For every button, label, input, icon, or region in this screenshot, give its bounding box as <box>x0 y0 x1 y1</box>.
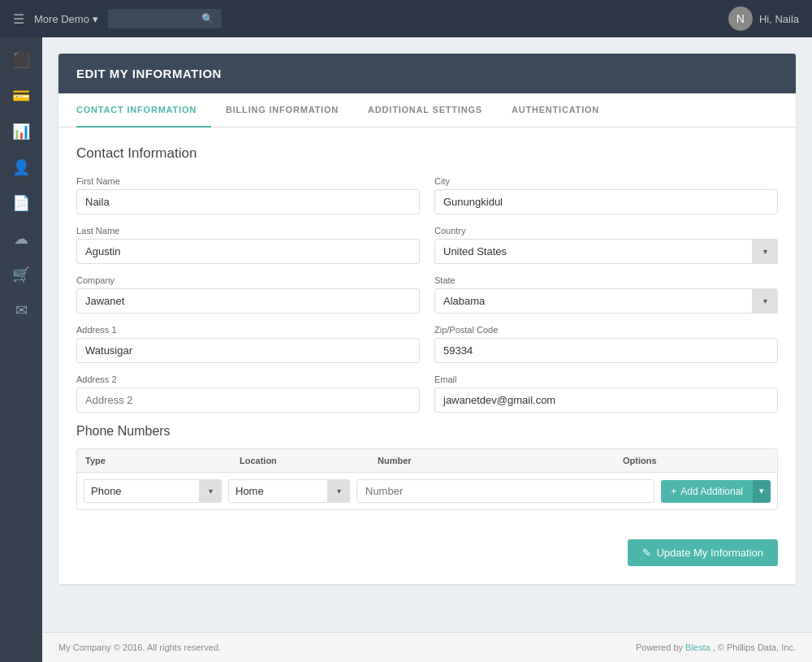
state-label: State <box>434 275 778 285</box>
address2-input[interactable] <box>76 387 420 413</box>
downloads-icon: ☁ <box>14 230 28 248</box>
last-name-label: Last Name <box>76 226 420 236</box>
state-select-wrapper: Alabama Alaska Arizona ▾ <box>434 288 778 314</box>
company-label: Company <box>76 275 420 285</box>
address1-input[interactable] <box>76 338 420 363</box>
address2-label: Address 2 <box>76 374 420 384</box>
phone-number-input[interactable] <box>356 479 654 503</box>
first-name-group: First Name <box>76 176 420 214</box>
sidebar-item-clients[interactable]: 👤 <box>3 151 39 184</box>
address2-group: Address 2 <box>76 374 420 413</box>
tab-authentication[interactable]: AUTHENTICATION <box>497 93 614 128</box>
messages-icon: ✉ <box>15 301 28 319</box>
add-additional-dropdown-button[interactable]: ▾ <box>753 480 771 503</box>
hamburger-icon[interactable]: ☰ <box>13 11 24 27</box>
country-select-wrapper: United States Canada United Kingdom ▾ <box>434 239 778 264</box>
phone-type-select[interactable]: Phone Fax Mobile <box>84 479 222 503</box>
address1-group: Address 1 <box>76 325 420 363</box>
sidebar-item-billing[interactable]: 💳 <box>3 80 39 112</box>
main-content: EDIT MY INFORMATION CONTACT INFORMATION … <box>42 37 812 632</box>
tabs-bar: CONTACT INFORMATION BILLING INFORMATION … <box>58 93 796 128</box>
add-additional-button[interactable]: + Add Additional <box>661 480 753 503</box>
sidebar-item-dashboard[interactable]: ⬛ <box>3 44 39 76</box>
header-options: Options <box>615 449 777 472</box>
add-icon: + <box>671 486 676 497</box>
sidebar-item-reports[interactable]: 📊 <box>3 115 39 148</box>
search-input[interactable] <box>116 13 197 24</box>
tab-billing-information[interactable]: BILLING INFORMATION <box>211 93 353 128</box>
sidebar-item-downloads[interactable]: ☁ <box>3 223 39 255</box>
phone-table-header: Type Location Number Options <box>77 449 777 473</box>
section-title: Contact Information <box>76 145 778 162</box>
nav-demo-label[interactable]: More Demo ▾ <box>34 13 98 25</box>
top-nav: ☰ More Demo ▾ 🔍 N Hi, Naila <box>0 0 812 37</box>
phone-location-wrapper: Home Work Other ▾ <box>228 479 350 503</box>
form-row-3: Company State Alabama Alaska Arizona <box>76 275 778 314</box>
form-row-5: Address 2 Email <box>76 374 778 413</box>
state-select[interactable]: Alabama Alaska Arizona <box>434 288 778 314</box>
page-header: EDIT MY INFORMATION <box>58 54 796 93</box>
main-area: EDIT MY INFORMATION CONTACT INFORMATION … <box>42 37 812 662</box>
dropdown-icon: ▾ <box>93 13 98 25</box>
footer-powered: Powered by Blesta , © Phillips Data, Inc… <box>636 643 796 652</box>
form-row-2: Last Name Country United States Canada U… <box>76 226 778 264</box>
form-row-4: Address 1 Zip/Postal Code <box>76 325 778 363</box>
header-type: Type <box>77 449 231 472</box>
zip-label: Zip/Postal Code <box>434 325 778 335</box>
update-button[interactable]: ✎ Update My Information <box>628 539 778 566</box>
update-label: Update My Information <box>656 547 763 559</box>
billing-icon: 💳 <box>12 87 30 105</box>
header-number: Number <box>369 449 615 472</box>
tab-additional-settings[interactable]: ADDITIONAL SETTINGS <box>353 93 497 128</box>
page-title: EDIT MY INFORMATION <box>76 67 222 80</box>
contact-form-section: Contact Information First Name City <box>58 128 796 528</box>
zip-group: Zip/Postal Code <box>434 325 778 363</box>
avatar: N <box>728 6 753 31</box>
country-select[interactable]: United States Canada United Kingdom <box>434 239 778 264</box>
clients-icon: 👤 <box>12 158 30 176</box>
tab-contact-information[interactable]: CONTACT INFORMATION <box>76 93 211 128</box>
orders-icon: 🛒 <box>12 266 30 283</box>
first-name-input[interactable] <box>76 189 420 214</box>
state-group: State Alabama Alaska Arizona ▾ <box>434 275 778 314</box>
email-input[interactable] <box>434 387 778 413</box>
search-icon: 🔍 <box>201 13 214 24</box>
documents-icon: 📄 <box>12 194 30 212</box>
country-group: Country United States Canada United King… <box>434 226 778 264</box>
email-group: Email <box>434 374 778 413</box>
update-icon: ✎ <box>642 547 651 559</box>
nav-left: ☰ More Demo ▾ 🔍 <box>13 9 222 28</box>
sidebar-item-messages[interactable]: ✉ <box>3 294 39 327</box>
last-name-group: Last Name <box>76 226 420 264</box>
phone-section-title: Phone Numbers <box>76 424 778 439</box>
last-name-input[interactable] <box>76 239 420 264</box>
dashboard-icon: ⬛ <box>12 51 30 69</box>
city-input[interactable] <box>434 189 778 214</box>
sidebar: ⬛ 💳 📊 👤 📄 ☁ 🛒 ✉ <box>0 37 42 662</box>
phone-row: Phone Fax Mobile ▾ Home Work <box>77 473 777 509</box>
city-label: City <box>434 176 778 186</box>
nav-right: N Hi, Naila <box>728 6 799 31</box>
page-card: EDIT MY INFORMATION CONTACT INFORMATION … <box>58 54 796 584</box>
phone-table: Type Location Number Options Phone Fax <box>76 448 778 510</box>
sidebar-item-orders[interactable]: 🛒 <box>3 258 39 291</box>
company-group: Company <box>76 275 420 314</box>
phone-section: Phone Numbers Type Location Number Optio… <box>76 424 778 510</box>
email-label: Email <box>434 374 778 384</box>
greeting-text: Hi, Naila <box>759 13 799 25</box>
footer-brand[interactable]: Blesta <box>685 643 710 652</box>
form-row-1: First Name City <box>76 176 778 214</box>
phone-location-select[interactable]: Home Work Other <box>228 479 350 503</box>
sidebar-item-documents[interactable]: 📄 <box>3 187 39 219</box>
search-box[interactable]: 🔍 <box>108 9 222 28</box>
reports-icon: 📊 <box>12 123 30 141</box>
layout: ⬛ 💳 📊 👤 📄 ☁ 🛒 ✉ EDIT MY INFO <box>0 37 812 662</box>
zip-input[interactable] <box>434 338 778 363</box>
header-location: Location <box>231 449 369 472</box>
add-additional-group: + Add Additional ▾ <box>661 480 771 503</box>
form-actions: ✎ Update My Information <box>58 528 796 584</box>
footer: My Company © 2016. All rights reserved. … <box>42 632 812 662</box>
phone-type-wrapper: Phone Fax Mobile ▾ <box>84 479 222 503</box>
company-input[interactable] <box>76 288 420 314</box>
country-label: Country <box>434 226 778 236</box>
